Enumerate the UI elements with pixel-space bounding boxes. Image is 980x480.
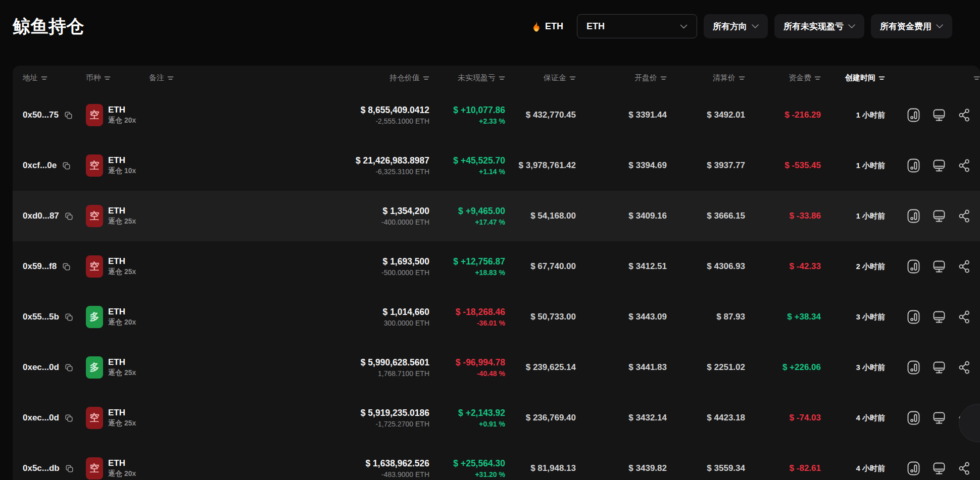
coin-mode: 逐仓 25x [108, 419, 136, 428]
created-time: 1 小时前 [821, 111, 885, 120]
stats-icon[interactable] [906, 259, 921, 274]
monitor-icon[interactable] [932, 309, 947, 325]
sort-icon[interactable] [423, 76, 429, 80]
share-icon[interactable] [957, 208, 972, 224]
coin-name: ETH [108, 357, 136, 367]
sort-icon[interactable] [739, 76, 745, 80]
sort-icon[interactable] [569, 76, 576, 80]
coin-mode: 逐仓 25x [108, 268, 136, 277]
table-row[interactable]: 0x5c...db 空 ETH 逐仓 20x $ 1,638,962.526 -… [13, 443, 980, 480]
stats-icon[interactable] [906, 309, 921, 325]
sort-icon[interactable] [660, 76, 667, 80]
filter-dropdown[interactable]: 所有方向 [704, 14, 768, 38]
table-row[interactable]: 0xec...0d 空 ETH 逐仓 25x $ 5,919,235.0186 … [13, 393, 980, 443]
stats-icon[interactable] [906, 158, 921, 173]
margin-value: $ 239,625.14 [505, 362, 576, 372]
share-icon[interactable] [957, 360, 972, 375]
position-value-usd: $ 21,426,983.8987 [356, 155, 429, 166]
pnl-cell: $ +45,525.70 +1.14 % [429, 155, 505, 176]
address-text: 0x5c...db [23, 463, 60, 473]
column-header-label: 创建时间 [845, 73, 875, 83]
liq-price: $ 3559.34 [667, 463, 745, 473]
share-icon[interactable] [957, 309, 972, 325]
position-value-cell: $ 1,014,660 300.0000 ETH [215, 307, 429, 327]
sort-icon[interactable] [814, 76, 821, 80]
margin-value: $ 54,168.00 [505, 211, 576, 221]
pnl-percent: -40.48 % [477, 369, 505, 378]
funding-fee: $ -74.03 [745, 413, 821, 423]
monitor-icon[interactable] [932, 410, 947, 425]
column-header: 币种 [86, 73, 149, 83]
table-row[interactable]: 0xec...0d 多 ETH 逐仓 25x $ 5,990,628.5601 … [13, 342, 980, 393]
copy-icon[interactable] [64, 413, 74, 423]
table-row[interactable]: 0xcf...0e 空 ETH 逐仓 10x $ 21,426,983.8987… [13, 140, 980, 191]
monitor-icon[interactable] [932, 259, 947, 274]
monitor-icon[interactable] [932, 461, 947, 476]
stats-icon[interactable] [906, 360, 921, 375]
funding-fee: $ +226.06 [745, 362, 821, 372]
copy-icon[interactable] [64, 211, 74, 221]
copy-icon[interactable] [62, 262, 71, 272]
share-icon[interactable] [957, 259, 972, 274]
liq-price: $ 3937.77 [667, 161, 745, 171]
share-icon[interactable] [957, 108, 972, 123]
pnl-cell: $ +10,077.86 +2.33 % [429, 105, 505, 125]
monitor-icon[interactable] [932, 158, 947, 173]
table-row[interactable]: 0x50...75 空 ETH 逐仓 20x $ 8,655,409.0412 … [13, 90, 980, 140]
table-row[interactable]: 0x59...f8 空 ETH 逐仓 25x $ 1,693,500 -500.… [13, 241, 980, 292]
monitor-icon[interactable] [932, 108, 947, 123]
position-value-usd: $ 1,014,660 [383, 307, 429, 317]
stats-icon[interactable] [906, 410, 921, 425]
pnl-usd: $ +9,465.00 [458, 206, 505, 217]
created-time: 3 小时前 [821, 312, 885, 322]
copy-icon[interactable] [62, 161, 71, 171]
position-value-amount: -2,555.1000 ETH [375, 117, 429, 125]
coin-mode: 逐仓 25x [108, 217, 136, 226]
coin-mode: 逐仓 20x [108, 116, 136, 125]
monitor-icon[interactable] [932, 360, 947, 375]
share-icon[interactable] [957, 158, 972, 173]
table-row[interactable]: 0x55...5b 多 ETH 逐仓 20x $ 1,014,660 300.0… [13, 292, 980, 342]
copy-icon[interactable] [65, 464, 74, 473]
sort-icon[interactable] [167, 76, 174, 80]
copy-icon[interactable] [64, 363, 74, 372]
share-icon[interactable] [957, 461, 972, 476]
sort-icon[interactable] [104, 76, 111, 80]
stats-icon[interactable] [906, 108, 921, 123]
table-row[interactable]: 0xd0...87 空 ETH 逐仓 25x $ 1,354,200 -400.… [13, 191, 980, 241]
funding-fee: $ -82.61 [745, 463, 821, 473]
pnl-cell: $ +9,465.00 +17.47 % [429, 206, 505, 226]
sort-icon[interactable] [41, 76, 47, 80]
monitor-icon[interactable] [932, 208, 947, 224]
address-text: 0x55...5b [23, 312, 59, 322]
position-value-usd: $ 5,990,628.5601 [361, 357, 429, 368]
position-value-cell: $ 8,655,409.0412 -2,555.1000 ETH [215, 105, 429, 125]
column-header[interactable]: 保证金 [505, 73, 576, 83]
pnl-usd: $ +12,756.87 [453, 256, 505, 267]
coin-select[interactable]: ETH [577, 14, 697, 38]
filter-dropdown-label: 所有资金费用 [880, 21, 932, 32]
liq-price: $ 87.93 [667, 312, 745, 322]
column-header-label: 保证金 [544, 73, 566, 83]
position-value-cell: $ 5,990,628.5601 1,768.7100 ETH [215, 357, 429, 378]
sort-icon[interactable] [878, 76, 885, 80]
sort-icon[interactable] [973, 76, 980, 80]
position-value-cell: $ 1,693,500 -500.0000 ETH [215, 256, 429, 277]
stats-icon[interactable] [906, 208, 921, 224]
column-header[interactable]: 未实现盈亏 [429, 73, 505, 83]
filter-dropdown[interactable]: 所有资金费用 [871, 14, 952, 38]
sort-icon[interactable] [499, 76, 505, 80]
liq-price: $ 3666.15 [667, 211, 745, 221]
stats-icon[interactable] [906, 461, 921, 476]
funding-fee: $ -216.29 [745, 110, 821, 120]
chevron-down-icon [848, 24, 855, 28]
coin-name: ETH [108, 155, 136, 166]
copy-icon[interactable] [64, 111, 73, 120]
column-header-label: 资金费 [789, 73, 811, 83]
filter-dropdown[interactable]: 所有未实现盈亏 [774, 14, 864, 38]
column-header[interactable]: 持仓价值 [215, 73, 429, 83]
copy-icon[interactable] [64, 312, 74, 322]
column-header[interactable]: 创建时间 [821, 73, 885, 83]
position-value-usd: $ 1,354,200 [383, 206, 429, 217]
pnl-cell: $ +25,564.30 +31.20 % [429, 458, 505, 478]
